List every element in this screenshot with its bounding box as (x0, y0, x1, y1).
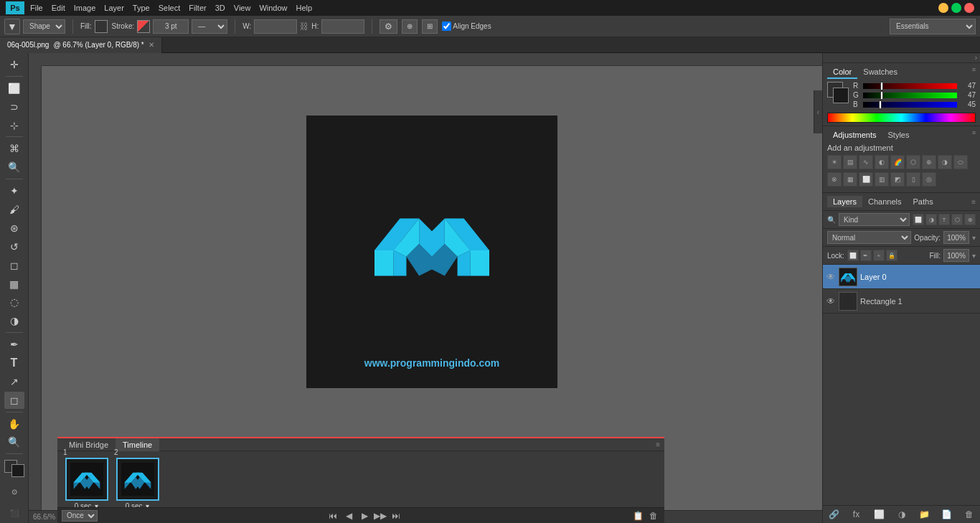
layer-1-visibility-icon[interactable]: 👁 (826, 296, 836, 306)
levels-icon[interactable]: ▤ (843, 155, 857, 169)
play-btn[interactable]: ▶ (358, 509, 371, 522)
skip-end-btn[interactable]: ⏭ (390, 509, 402, 522)
threshold-icon[interactable]: ◩ (890, 172, 905, 187)
background-swatch[interactable] (833, 88, 849, 103)
curves-icon[interactable]: ∿ (859, 155, 873, 169)
add-frame-btn[interactable]: 📋 (631, 509, 644, 522)
maximize-button[interactable] (951, 3, 961, 13)
hand-tool[interactable]: ✋ (4, 415, 24, 433)
eraser-tool[interactable]: ◻ (4, 257, 24, 274)
hue-sat-icon[interactable]: ⬡ (906, 155, 920, 169)
lasso-tool[interactable]: ⊃ (4, 98, 24, 116)
shape-tool[interactable]: ◻ (4, 392, 24, 409)
menu-type[interactable]: Type (133, 4, 150, 12)
menu-image[interactable]: Image (74, 4, 96, 12)
settings-btn[interactable]: ⚙ (380, 19, 397, 34)
channels-tab[interactable]: Channels (862, 196, 907, 207)
adj-panel-menu[interactable]: ≡ (972, 129, 976, 141)
styles-tab[interactable]: Styles (882, 129, 915, 141)
type-filter-icon[interactable]: T (938, 214, 950, 225)
layer-item-0[interactable]: 👁 Layer 0 (823, 265, 980, 289)
fill-color-swatch[interactable] (95, 20, 108, 33)
color-tab[interactable]: Color (827, 66, 857, 79)
invert-icon[interactable]: ⬜ (859, 172, 873, 187)
essentials-select[interactable]: Essentials (890, 19, 976, 34)
zoom-tool[interactable]: 🔍 (4, 434, 24, 451)
pixel-filter-icon[interactable]: ⬜ (913, 214, 924, 225)
menu-3d[interactable]: 3D (215, 4, 225, 12)
g-slider-track[interactable] (863, 93, 957, 98)
pen-tool[interactable]: ✒ (4, 336, 24, 353)
blend-mode-select[interactable]: Normal (827, 231, 911, 244)
adjustment-filter-icon[interactable]: ◑ (925, 214, 937, 225)
path-ops-btn[interactable]: ⊕ (402, 19, 418, 34)
layer-kind-select[interactable]: Kind (839, 213, 910, 226)
screen-mode-btn[interactable]: ⬛ (4, 503, 24, 523)
gradient-tool[interactable]: ▦ (4, 275, 24, 293)
shape-filter-icon[interactable]: ⬡ (951, 214, 963, 225)
layer-0-visibility-icon[interactable]: 👁 (826, 272, 836, 282)
tab-close-icon[interactable]: ✕ (149, 41, 154, 49)
black-white-icon[interactable]: ◑ (938, 155, 952, 169)
fill-input[interactable] (943, 249, 969, 262)
playback-select[interactable]: Once (62, 510, 98, 522)
trash-btn[interactable]: 🗑 (647, 509, 660, 522)
shape-select[interactable]: Shape (23, 19, 65, 34)
layer-item-1[interactable]: 👁 Rectangle 1 (823, 289, 980, 314)
opacity-input[interactable] (943, 231, 969, 244)
lock-pixels-icon[interactable]: ⬜ (847, 250, 859, 261)
eyedropper-tool[interactable]: 🔍 (4, 159, 24, 176)
layer-folder-icon[interactable]: 📁 (918, 508, 930, 521)
menu-file[interactable]: File (30, 4, 43, 12)
smart-filter-icon[interactable]: ⊕ (964, 214, 976, 225)
color-lookup-icon[interactable]: ▦ (843, 172, 857, 187)
lock-artboards-icon[interactable]: + (873, 250, 885, 261)
color-balance-icon[interactable]: ⊕ (922, 155, 936, 169)
photo-filter-icon[interactable]: ⬭ (953, 155, 968, 169)
menu-select[interactable]: Select (159, 4, 181, 12)
path-select-tool[interactable]: ↗ (4, 373, 24, 390)
menu-help[interactable]: Help (296, 4, 313, 12)
crop-tool[interactable]: ⌘ (4, 140, 24, 157)
channel-mixer-icon[interactable]: ⊗ (827, 172, 842, 187)
color-spectrum[interactable] (827, 113, 976, 123)
layers-tab[interactable]: Layers (827, 196, 862, 207)
clone-stamp-tool[interactable]: ⊛ (4, 220, 24, 237)
frame-2[interactable]: 2 0 sec. ▾ (114, 448, 161, 510)
width-input[interactable] (254, 19, 297, 34)
vibrance-icon[interactable]: 🌈 (890, 155, 905, 169)
path-align-btn[interactable]: ⊞ (422, 19, 438, 34)
menu-filter[interactable]: Filter (189, 4, 206, 12)
blur-tool[interactable]: ◌ (4, 293, 24, 311)
new-layer-icon[interactable]: 📄 (941, 508, 953, 521)
bottom-panel-menu[interactable]: ≡ (656, 440, 660, 448)
prev-frame-btn[interactable]: ◀ (342, 509, 355, 522)
layer-mask-icon[interactable]: ⬜ (872, 508, 885, 521)
align-edges-checkbox[interactable] (442, 22, 451, 31)
exposure-icon[interactable]: ◐ (875, 155, 889, 169)
text-tool[interactable]: T (4, 354, 24, 372)
history-brush-tool[interactable]: ↺ (4, 238, 24, 255)
layers-panel-menu[interactable]: ≡ (971, 198, 976, 206)
tool-select-btn[interactable]: ▼ (4, 19, 20, 34)
r-slider-track[interactable] (863, 83, 957, 89)
swatches-tab[interactable]: Swatches (857, 66, 903, 79)
fill-dropdown-icon[interactable]: ▾ (972, 252, 976, 260)
spot-heal-tool[interactable]: ✦ (4, 182, 24, 199)
lock-all-icon[interactable]: 🔒 (886, 250, 897, 261)
layer-link-icon[interactable]: 🔗 (827, 508, 840, 521)
menu-layer[interactable]: Layer (104, 4, 124, 12)
height-input[interactable] (321, 19, 364, 34)
stroke-size-input[interactable] (153, 19, 189, 34)
selective-color-icon[interactable]: ◎ (922, 172, 936, 187)
brush-tool[interactable]: 🖌 (4, 201, 24, 218)
stroke-style-select[interactable]: — (192, 19, 227, 34)
magic-wand-tool[interactable]: ⊹ (4, 117, 24, 134)
paths-tab[interactable]: Paths (908, 196, 939, 207)
background-color[interactable] (11, 464, 24, 477)
menu-edit[interactable]: Edit (52, 4, 65, 12)
delete-layer-icon[interactable]: 🗑 (963, 508, 976, 521)
panel-expand-icon[interactable]: › (975, 54, 977, 62)
close-button[interactable] (964, 3, 974, 13)
minimize-button[interactable] (938, 3, 948, 13)
